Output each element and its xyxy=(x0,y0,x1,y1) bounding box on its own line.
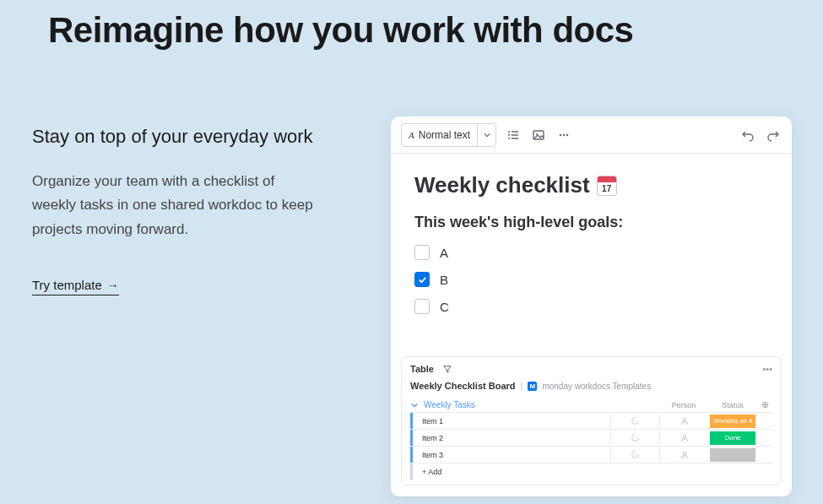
add-item-row[interactable]: + Add xyxy=(410,463,772,480)
chevron-down-icon[interactable] xyxy=(410,401,419,409)
editor-toolbar: A Normal text xyxy=(391,117,792,154)
chevron-down-icon[interactable] xyxy=(477,124,495,146)
checkbox[interactable] xyxy=(414,299,430,314)
filter-icon[interactable] xyxy=(442,364,452,374)
group-header[interactable]: Weekly Tasks xyxy=(410,400,659,409)
checkbox[interactable] xyxy=(414,272,430,287)
group-name: Weekly Tasks xyxy=(424,400,475,409)
workdoc-preview: A Normal text xyxy=(391,117,792,496)
undo-icon[interactable] xyxy=(739,127,756,144)
svg-point-0 xyxy=(508,131,510,133)
svg-point-2 xyxy=(508,134,510,136)
redo-icon[interactable] xyxy=(765,127,782,144)
table-row[interactable]: Item 1Working on it xyxy=(410,412,772,429)
svg-point-15 xyxy=(635,454,636,456)
svg-point-13 xyxy=(635,437,636,439)
person-cell[interactable] xyxy=(659,448,708,462)
feature-description: Stay on top of your everyday work Organi… xyxy=(32,125,319,295)
try-template-link[interactable]: Try template → xyxy=(32,278,119,295)
update-icon[interactable] xyxy=(610,431,659,445)
doc-title-text: Weekly checklist xyxy=(414,172,590,198)
checklist-item: B xyxy=(414,272,768,287)
table-row[interactable]: Item 3 xyxy=(410,446,772,463)
checklist-label[interactable]: B xyxy=(440,273,448,287)
text-style-select[interactable]: A Normal text xyxy=(401,123,496,147)
board-title[interactable]: Weekly Checklist Board xyxy=(410,381,516,391)
svg-point-10 xyxy=(566,133,568,135)
status-cell[interactable]: Done xyxy=(708,431,757,445)
row-label: Item 3 xyxy=(413,451,610,459)
table-row[interactable]: Item 2Done xyxy=(410,429,772,446)
workspace-badge: M xyxy=(528,382,537,391)
svg-point-16 xyxy=(683,452,686,455)
update-icon[interactable] xyxy=(610,415,659,428)
update-icon[interactable] xyxy=(610,448,659,462)
separator: | xyxy=(521,381,523,391)
cta-label: Try template xyxy=(32,278,102,292)
section-heading[interactable]: This week's high-level goals: xyxy=(414,214,768,231)
subheading: Stay on top of your everyday work xyxy=(32,125,319,149)
status-cell[interactable]: Working on it xyxy=(708,415,757,428)
arrow-right-icon: → xyxy=(107,279,119,292)
svg-point-9 xyxy=(563,133,565,135)
person-cell[interactable] xyxy=(659,415,708,428)
text-style-label: Normal text xyxy=(419,129,470,141)
person-cell[interactable] xyxy=(659,431,708,445)
svg-point-11 xyxy=(635,420,636,422)
row-label: Item 2 xyxy=(413,434,610,442)
column-status[interactable]: Status xyxy=(708,401,757,409)
tab-table[interactable]: Table xyxy=(410,364,434,374)
svg-point-8 xyxy=(560,133,561,135)
add-column-button[interactable]: ⊕ xyxy=(757,399,772,410)
doc-title[interactable]: Weekly checklist 17 xyxy=(414,172,768,198)
description-text: Organize your team with a checklist of w… xyxy=(32,170,319,243)
list-icon[interactable] xyxy=(505,127,522,144)
svg-point-14 xyxy=(683,435,686,438)
checklist-label[interactable]: A xyxy=(440,246,448,260)
board-more-icon[interactable]: ••• xyxy=(762,364,772,374)
workspace-name[interactable]: monday workdocs Templates xyxy=(542,382,651,391)
image-icon[interactable] xyxy=(530,127,547,144)
more-options-icon[interactable] xyxy=(555,127,572,144)
status-cell[interactable] xyxy=(708,448,757,462)
calendar-icon: 17 xyxy=(597,176,617,196)
svg-point-12 xyxy=(683,418,686,421)
font-icon: A xyxy=(409,130,414,140)
checklist-item: C xyxy=(414,299,768,314)
svg-point-4 xyxy=(508,138,510,139)
column-person[interactable]: Person xyxy=(659,401,708,409)
checklist-item: A xyxy=(414,245,768,260)
embedded-board: Table ••• Weekly Checklist Board | M mon… xyxy=(401,356,782,485)
checkbox[interactable] xyxy=(414,245,430,260)
page-title: Reimagine how you work with docs xyxy=(48,10,633,51)
row-label: Item 1 xyxy=(413,417,610,425)
add-item-label: + Add xyxy=(413,468,772,476)
checklist-label[interactable]: C xyxy=(440,300,449,314)
